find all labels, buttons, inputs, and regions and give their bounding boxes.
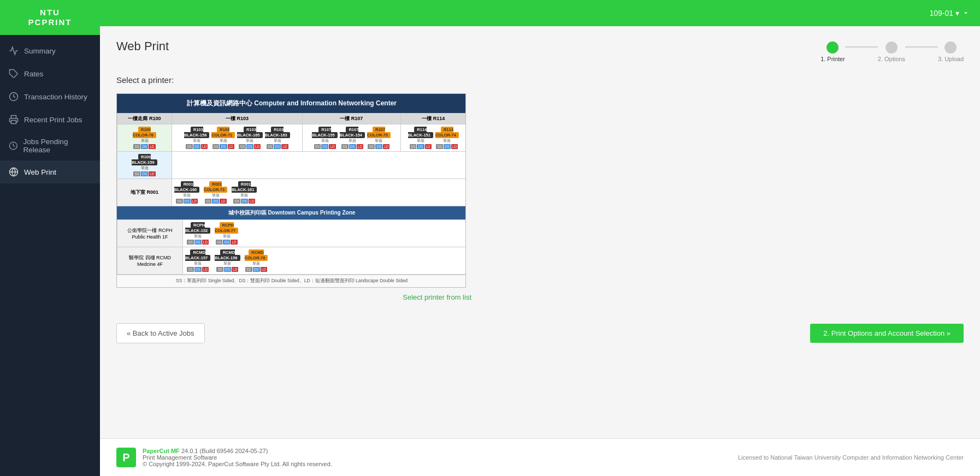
printer-r107-black154[interactable]: R107BLACK-154 單面 SS DS LD — [340, 127, 365, 149]
step-label-options: 2. Options — [878, 56, 905, 62]
history-icon — [9, 92, 19, 102]
downtown-table: 公衛學院一樓 RCPHPublic Health 1F RCPHBLACK-15… — [117, 219, 466, 275]
sidebar-nav: Summary Rates Transaction History Recent… — [0, 35, 100, 476]
map-table: 一樓走廊 R100 一樓 R103 一樓 R107 一樓 R114 R100CO… — [117, 113, 466, 206]
rcmd-label: 醫學院 四樓 RCMDMedcine 4F — [117, 247, 183, 275]
printer-icon — [9, 115, 19, 124]
map-header-row: 一樓走廊 R100 一樓 R103 一樓 R107 一樓 R114 — [117, 114, 467, 124]
sidebar-item-transaction-history[interactable]: Transaction History — [0, 85, 100, 108]
sidebar-label-transaction-history: Transaction History — [24, 93, 87, 101]
clock-icon — [9, 141, 18, 151]
map-row-1: R100COLOR-76 單面 SS DS LD — [117, 124, 467, 152]
sidebar-label-summary: Summary — [24, 47, 56, 55]
printer-r001-black160[interactable]: R001BLACK-160 單面 SS DS LD — [174, 181, 199, 204]
downtown-row-rcmd: 醫學院 四樓 RCMDMedcine 4F RCMDBLACK-157 單面 S… — [117, 247, 467, 275]
svg-rect-2 — [11, 121, 16, 124]
map-title-bar: 計算機及資訊網路中心 Computer and Information Netw… — [117, 94, 466, 113]
printer-map: 計算機及資訊網路中心 Computer and Information Netw… — [116, 93, 466, 288]
sidebar-label-jobs-pending: Jobs Pending Release — [23, 138, 91, 154]
step-options: 2. Options — [878, 41, 905, 62]
cell-r114: R114BLACK-151 單面 SS DS LD R114CO — [400, 124, 466, 152]
rcph-label: 公衛學院一樓 RCPHPublic Health 1F — [117, 220, 183, 247]
tag-icon — [9, 69, 19, 79]
header-r114: 一樓 R114 — [400, 114, 466, 124]
header-r107: 一樓 R107 — [302, 114, 400, 124]
step-line-1 — [845, 46, 878, 47]
step-upload: 3. Upload — [938, 41, 964, 62]
footer-subtitle: Print Management Software — [143, 454, 332, 461]
top-bar: 109-01 ▾ — [100, 0, 980, 26]
printer-r100-color76[interactable]: R100COLOR-76 單面 SS DS LD — [120, 127, 169, 149]
printer-r001-color73[interactable]: R001COLOR-73 單面 SS DS LD — [204, 181, 227, 204]
page-header: Web Print 1. Printer 2. Options 3. U — [116, 39, 964, 62]
footer-text: PaperCut MF 24.0.1 (Build 69546 2024-05-… — [143, 448, 332, 467]
footer-license: Licensed to National Taiwan University C… — [738, 454, 964, 461]
papercut-icon: P — [116, 448, 136, 467]
footer-version: 24.0.1 (Build 69546 2024-05-27) — [181, 448, 268, 454]
cell-r100-black159: R100BLACK-159 單面 SS DS LD — [117, 152, 172, 179]
user-menu[interactable]: 109-01 ▾ — [930, 9, 969, 17]
footer-left: P PaperCut MF 24.0.1 (Build 69546 2024-0… — [116, 448, 332, 467]
printer-rcmd-black157[interactable]: RCMDBLACK-157 單面 SS DS LD — [185, 249, 210, 272]
printer-r100-black159[interactable]: R100BLACK-159 單面 SS DS LD — [120, 154, 169, 176]
printer-r103-black165[interactable]: R103BLACK-165 單面 SS DS LD — [237, 127, 262, 149]
main-area: 109-01 ▾ Web Print 1. Printer 2. Options — [100, 0, 980, 476]
basement-label: 地下室 R001 — [117, 179, 172, 206]
page-footer: P PaperCut MF 24.0.1 (Build 69546 2024-0… — [100, 438, 980, 476]
downtown-banner: 城中校區列印區 Downtown Campus Printing Zone — [117, 206, 466, 219]
page-content: Web Print 1. Printer 2. Options 3. U — [100, 26, 980, 438]
step-circle-printer — [826, 41, 839, 53]
printer-r114-black151[interactable]: R114BLACK-151 單面 SS DS LD — [408, 127, 433, 149]
step-line-2 — [905, 46, 938, 47]
printer-rcmd-black156[interactable]: RCMDBLACK-156 單面 SS DS LD — [215, 249, 240, 272]
printer-r114-color74[interactable]: R114COLOR-74 單面 SS DS LD — [435, 127, 459, 149]
page-title: Web Print — [116, 39, 169, 53]
bottom-buttons-row: « Back to Active Jobs 2. Print Options a… — [116, 323, 964, 354]
printer-r107-black155[interactable]: R107BLACK-155 單面 SS DS LD — [312, 127, 337, 149]
check-icon — [830, 45, 835, 50]
printer-rcmd-color78[interactable]: RCMDCOLOR-78 單面 SS DS LD — [245, 249, 268, 272]
sidebar: NTU PCPRINT Summary Rates Transaction Hi… — [0, 0, 100, 476]
sidebar-item-recent-print-jobs[interactable]: Recent Print Jobs — [0, 108, 100, 131]
map-row-basement: 地下室 R001 R001BLACK-160 單面 SS DS LD — [117, 179, 467, 206]
printer-r103-black158[interactable]: R103BLACK-158 單面 SS DS LD — [184, 127, 209, 149]
step-label-printer: 1. Printer — [820, 56, 845, 62]
svg-point-6 — [830, 45, 835, 50]
cell-r107: R107BLACK-155 單面 SS DS LD R107BL — [302, 124, 400, 152]
printer-r103-black163[interactable]: R103BLACK-163 單面 SS DS LD — [265, 127, 290, 149]
sidebar-item-jobs-pending-release[interactable]: Jobs Pending Release — [0, 131, 100, 160]
username-label: 109-01 ▾ — [930, 9, 959, 17]
app-logo: NTU PCPRINT — [0, 0, 100, 35]
printer-rcph-black152[interactable]: RCPHBLACK-152 單面 SS DS LD — [185, 222, 210, 245]
step-printer: 1. Printer — [820, 41, 845, 62]
printer-r107-color75[interactable]: R107COLOR-75 單面 SS DS LD — [367, 127, 391, 149]
printer-rcph-color77[interactable]: RCPHCOLOR-77 單面 SS DS LD — [215, 222, 238, 245]
back-to-active-jobs-button[interactable]: « Back to Active Jobs — [116, 323, 205, 343]
footer-product: PaperCut MF — [143, 448, 180, 454]
rcmd-printers: RCMDBLACK-157 單面 SS DS LD RCMDBL — [183, 247, 467, 275]
printer-r001-black161[interactable]: R001BLACK-161 單面 SS DS LD — [232, 181, 257, 204]
select-printer-heading: Select a printer: — [116, 75, 964, 85]
globe-icon — [9, 167, 19, 177]
chart-icon — [9, 46, 19, 56]
map-footer-note: SS：單面列印 Single Sided、DS：雙面列印 Double Side… — [117, 275, 466, 287]
sidebar-label-recent-print-jobs: Recent Print Jobs — [24, 116, 82, 124]
map-row-2: R100BLACK-159 單面 SS DS LD — [117, 152, 467, 179]
cell-r100-color76: R100COLOR-76 單面 SS DS LD — [117, 124, 172, 152]
step-circle-options — [885, 41, 898, 53]
header-r103: 一樓 R103 — [172, 114, 303, 124]
sidebar-item-web-print[interactable]: Web Print — [0, 160, 100, 183]
downtown-row-rcph: 公衛學院一樓 RCPHPublic Health 1F RCPHBLACK-15… — [117, 220, 467, 247]
step-label-upload: 3. Upload — [938, 56, 964, 62]
select-printer-from-list-link[interactable]: Select printer from list — [116, 293, 471, 301]
sidebar-label-rates: Rates — [24, 70, 43, 78]
sidebar-item-rates[interactable]: Rates — [0, 62, 100, 85]
printer-r103-color71[interactable]: R103COLOR-71 單面 SS DS LD — [211, 127, 235, 149]
pid-r100-color76: R100COLOR-76 — [133, 127, 156, 138]
chevron-down-icon — [963, 10, 969, 16]
header-r100: 一樓走廊 R100 — [117, 114, 172, 124]
basement-printers: R001BLACK-160 單面 SS DS LD R001CO — [172, 179, 467, 206]
print-options-next-button[interactable]: 2. Print Options and Account Selection » — [810, 324, 964, 343]
sidebar-item-summary[interactable]: Summary — [0, 39, 100, 62]
step-circle-upload — [944, 41, 957, 53]
